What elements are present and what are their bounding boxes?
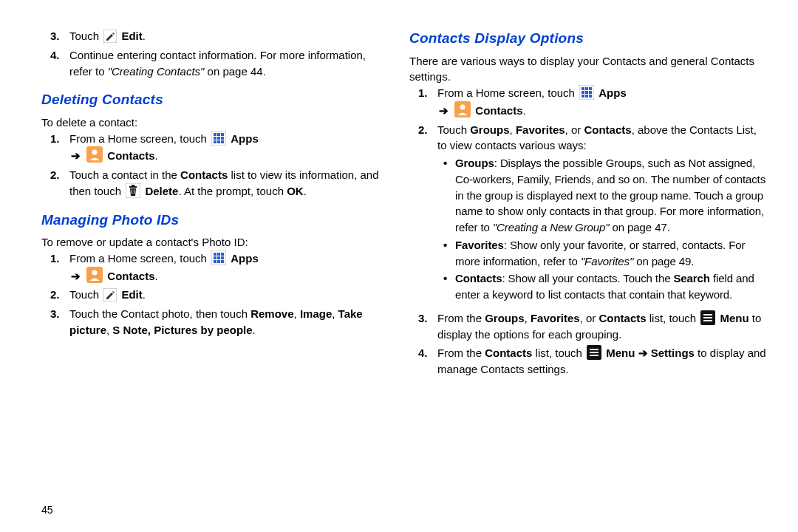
body-text: Settings <box>651 347 695 359</box>
apps-grid-icon <box>211 250 226 265</box>
list-number: 1. <box>409 85 437 119</box>
body-text: , or <box>580 312 599 324</box>
body-text: Favorites <box>455 239 504 251</box>
body-text: Contacts <box>107 149 154 162</box>
reference-text: "Favorites" <box>581 255 633 267</box>
body-text: From a Home screen, touch <box>69 132 210 145</box>
bullet-contacts: • Contacts: Show all your contacts. Touc… <box>437 270 767 303</box>
body-text: Groups <box>485 312 524 324</box>
body-text: OK <box>287 185 304 197</box>
body-text: From a Home screen, touch <box>437 86 578 99</box>
body-text: Contacts <box>455 272 502 284</box>
body-text: Favorites <box>516 123 565 136</box>
deleting-step-1: 1. From a Home screen, touch Apps ➔ Cont… <box>41 131 381 165</box>
edit-pen-icon <box>103 288 117 301</box>
body-text: Groups <box>455 157 494 169</box>
list-number: 1. <box>41 250 69 284</box>
arrow-icon: ➔ <box>69 270 82 282</box>
body-text: list, touch <box>532 347 585 359</box>
section-intro: To delete a contact: <box>41 115 381 131</box>
body-text: Contacts <box>584 123 631 136</box>
body-text: , <box>294 307 300 320</box>
display-step-2: 2. Touch Groups, Favorites, or Contacts,… <box>409 122 767 307</box>
body-text: Apps <box>231 252 259 265</box>
body-text: From the <box>437 312 485 324</box>
list-number: 3. <box>409 310 437 343</box>
list-number: 2. <box>409 122 437 307</box>
body-text: Touch <box>69 30 102 42</box>
body-text: Favorites <box>531 312 580 324</box>
body-text: Contacts <box>180 168 228 181</box>
body-text: Touch <box>69 288 102 301</box>
body-text: on page 47. <box>610 221 670 233</box>
body-text: Groups <box>470 123 509 136</box>
body-text: , or <box>565 123 584 136</box>
reference-text: "Creating a New Group" <box>493 221 610 233</box>
body-text: : Show all your contacts. Touch the <box>502 272 673 284</box>
document-page: 3. Touch Edit. 4. Continue entering cont… <box>0 0 798 532</box>
body-text: Touch the Contact photo, then touch <box>69 307 250 320</box>
bullet-dot: • <box>437 270 455 303</box>
body-text: Menu <box>720 312 748 324</box>
bullet-favorites: • Favorites: Show only your favorite, or… <box>437 237 767 270</box>
bullet-dot: • <box>437 237 455 270</box>
contacts-icon <box>86 146 103 163</box>
bullet-groups: • Groups: Displays the possible Groups, … <box>437 155 767 236</box>
body-text: Edit <box>121 288 142 301</box>
left-column: 3. Touch Edit. 4. Continue entering cont… <box>31 28 399 517</box>
body-text: Delete <box>145 185 178 197</box>
apps-grid-icon <box>579 85 594 100</box>
body-text: Apps <box>231 132 259 145</box>
list-number: 3. <box>41 306 69 338</box>
edit-pen-icon <box>103 30 117 43</box>
left-step-3: 3. Touch Edit. <box>41 28 381 44</box>
deleting-step-2: 2. Touch a contact in the Contacts list … <box>41 167 381 200</box>
arrow-icon: ➔ <box>69 149 82 162</box>
delete-trash-icon <box>126 183 140 198</box>
body-text: Contacts <box>475 104 522 117</box>
body-text: Touch a contact in the <box>69 168 180 181</box>
list-number: 2. <box>41 287 69 303</box>
list-number: 4. <box>409 345 437 378</box>
body-text: Image <box>300 307 332 320</box>
contacts-icon <box>86 267 103 283</box>
body-text: , <box>525 312 531 324</box>
body-text: , <box>510 123 516 136</box>
body-text: . <box>253 324 256 336</box>
section-title-display-options: Contacts Display Options <box>409 28 767 49</box>
page-number: 45 <box>41 504 53 516</box>
body-text: Edit <box>121 30 142 42</box>
section-intro: To remove or update a contact's Photo ID… <box>41 234 381 250</box>
body-text: Search <box>673 272 709 284</box>
reference-text: "Creating Contacts" <box>108 65 205 78</box>
section-title-deleting: Deleting Contacts <box>41 89 381 110</box>
display-step-4: 4. From the Contacts list, touch Menu ➔ … <box>409 345 767 378</box>
body-text: . <box>155 149 158 162</box>
arrow-icon: ➔ <box>437 104 450 117</box>
body-text: Contacts <box>107 270 154 282</box>
body-text: From a Home screen, touch <box>69 252 210 265</box>
body-text: Touch <box>437 123 470 136</box>
bullet-dot: • <box>437 155 455 236</box>
body-text: Contacts <box>598 312 646 324</box>
left-step-4: 4. Continue entering contact information… <box>41 47 381 80</box>
body-text: . <box>304 185 307 197</box>
contacts-icon <box>454 101 471 117</box>
photo-step-3: 3. Touch the Contact photo, then touch R… <box>41 306 381 338</box>
arrow-text: ➔ <box>635 347 650 359</box>
display-step-3: 3. From the Groups, Favorites, or Contac… <box>409 310 767 343</box>
list-number: 3. <box>41 28 69 44</box>
body-text: Remove <box>250 307 293 320</box>
body-text: From the <box>437 347 485 359</box>
menu-hamburger-icon <box>587 345 601 360</box>
section-intro: There are various ways to display your C… <box>409 53 767 86</box>
display-step-1: 1. From a Home screen, touch Apps ➔ Cont… <box>409 85 767 119</box>
body-text: . At the prompt, touch <box>178 185 287 197</box>
photo-step-2: 2. Touch Edit. <box>41 287 381 303</box>
section-title-photoids: Managing Photo IDs <box>41 210 381 231</box>
body-text: Menu <box>606 347 635 359</box>
body-text: Apps <box>598 86 627 99</box>
body-text: S Note, Pictures by people <box>112 324 252 336</box>
body-text: . <box>143 288 146 301</box>
list-number: 1. <box>41 131 69 165</box>
